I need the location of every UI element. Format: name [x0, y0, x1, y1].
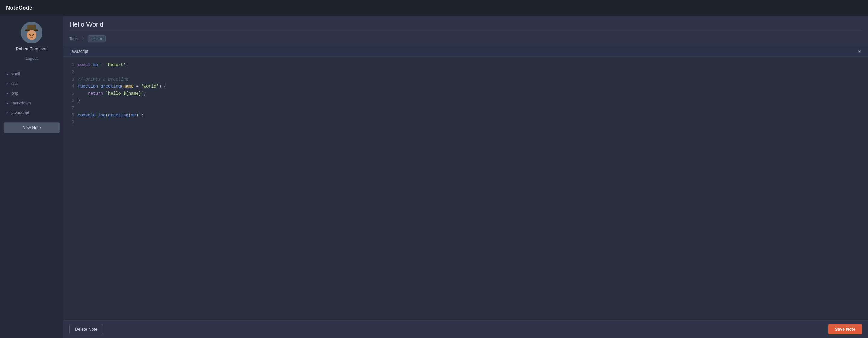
code-text — [78, 105, 80, 112]
sidebar: Robert Ferguson Logout ►shell►css►php►ma… — [0, 16, 63, 338]
token: me — [93, 62, 98, 67]
arrow-icon: ► — [6, 82, 9, 85]
line-number: 9 — [69, 119, 78, 126]
code-text: console.log(greeting(me)); — [78, 112, 144, 119]
user-name: Robert Ferguson — [16, 47, 47, 51]
token: console — [78, 113, 96, 118]
topbar: NoteCode — [0, 0, 868, 16]
code-text — [78, 119, 80, 126]
line-number: 5 — [69, 90, 78, 97]
token: ; — [126, 62, 128, 67]
token: name — [123, 84, 133, 89]
app-title: NoteCode — [6, 5, 32, 11]
token: greeting — [108, 113, 128, 118]
token: greeting — [101, 84, 121, 89]
nav-item-label: shell — [11, 72, 20, 76]
code-line: 4function greeting(name = 'world') { — [69, 83, 862, 90]
code-line: 1const me = 'Robert'; — [69, 62, 862, 69]
token: ( — [121, 84, 123, 89]
token: function — [78, 84, 98, 89]
token — [78, 91, 88, 96]
note-title-input[interactable] — [69, 21, 862, 31]
note-header: Tags + test✕ — [63, 16, 868, 46]
token: me — [131, 113, 136, 118]
nav-item-label: css — [11, 81, 18, 86]
arrow-icon: ► — [6, 111, 9, 114]
tag-text: test — [91, 36, 98, 41]
language-select[interactable]: javascriptshellcssphpmarkdownpython — [69, 49, 862, 54]
code-line: 2 — [69, 69, 862, 76]
nav-item-label: php — [11, 91, 19, 96]
line-number: 6 — [69, 97, 78, 105]
token: const — [78, 62, 90, 67]
tags-row: Tags + test✕ — [69, 35, 862, 46]
token: // prints a greeting — [78, 77, 128, 82]
token: . — [96, 113, 98, 118]
line-number: 8 — [69, 112, 78, 119]
nav-item-label: javascript — [11, 110, 29, 115]
token: ( — [105, 113, 108, 118]
token: = — [133, 84, 141, 89]
language-selector-row: javascriptshellcssphpmarkdownpython — [63, 46, 868, 57]
line-number: 2 — [69, 69, 78, 76]
sidebar-item-javascript[interactable]: ►javascript — [0, 108, 63, 117]
footer: Delete Note Save Note — [63, 320, 868, 338]
avatar — [21, 22, 42, 44]
svg-point-6 — [33, 34, 34, 35]
token: `hello ${name}` — [105, 91, 144, 96]
token: 'Robert' — [105, 62, 126, 67]
token — [98, 84, 100, 89]
sidebar-item-css[interactable]: ►css — [0, 79, 63, 88]
token: ; — [144, 91, 146, 96]
arrow-icon: ► — [6, 73, 9, 76]
tag-badge: test✕ — [88, 35, 106, 42]
tag-remove-button[interactable]: ✕ — [99, 37, 102, 41]
code-text: // prints a greeting — [78, 76, 128, 83]
code-line: 8console.log(greeting(me)); — [69, 112, 862, 119]
token: log — [98, 113, 105, 118]
tags-container: test✕ — [88, 35, 106, 42]
code-line: 5 return `hello ${name}`; — [69, 90, 862, 97]
svg-point-5 — [29, 34, 31, 35]
token: } — [78, 98, 80, 103]
tags-label: Tags — [69, 36, 78, 41]
code-line: 3// prints a greeting — [69, 76, 862, 83]
new-note-button[interactable]: New Note — [4, 122, 60, 133]
token: ) { — [159, 84, 166, 89]
svg-point-4 — [27, 30, 36, 40]
add-tag-button[interactable]: + — [81, 36, 85, 41]
code-editor[interactable]: 1const me = 'Robert';2 3// prints a gree… — [63, 57, 868, 320]
line-number: 7 — [69, 105, 78, 112]
main-layout: Robert Ferguson Logout ►shell►css►php►ma… — [0, 16, 868, 338]
token: return — [88, 91, 103, 96]
token: = — [98, 62, 105, 67]
save-note-button[interactable]: Save Note — [828, 324, 862, 334]
nav-item-label: markdown — [11, 101, 31, 105]
code-line: 6} — [69, 97, 862, 105]
code-text: return `hello ${name}`; — [78, 90, 146, 97]
sidebar-item-php[interactable]: ►php — [0, 88, 63, 98]
line-number: 4 — [69, 83, 78, 90]
code-text: function greeting(name = 'world') { — [78, 83, 166, 90]
token: )); — [136, 113, 144, 118]
delete-note-button[interactable]: Delete Note — [69, 324, 103, 334]
sidebar-item-markdown[interactable]: ►markdown — [0, 98, 63, 108]
code-text — [78, 69, 80, 76]
logout-button[interactable]: Logout — [21, 55, 42, 62]
arrow-icon: ► — [6, 92, 9, 95]
arrow-icon: ► — [6, 102, 9, 105]
code-line: 9 — [69, 119, 862, 126]
content-area: Tags + test✕ javascriptshellcssphpmarkdo… — [63, 16, 868, 338]
nav-list: ►shell►css►php►markdown►javascript — [0, 69, 63, 117]
line-number: 3 — [69, 76, 78, 83]
line-number: 1 — [69, 62, 78, 69]
token: 'world' — [141, 84, 159, 89]
code-line: 7 — [69, 105, 862, 112]
code-text: const me = 'Robert'; — [78, 62, 128, 69]
code-text: } — [78, 97, 80, 105]
sidebar-item-shell[interactable]: ►shell — [0, 69, 63, 79]
